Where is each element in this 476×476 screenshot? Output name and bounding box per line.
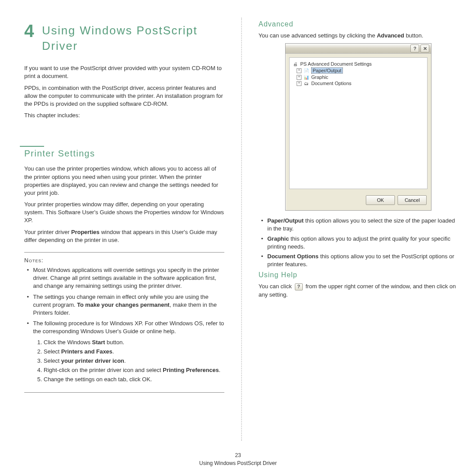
notes-block: Notes: Most Windows applications will ov… bbox=[24, 252, 224, 393]
printer-settings-p1: You can use the printer properties windo… bbox=[24, 165, 224, 197]
notes-label: Notes: bbox=[24, 257, 224, 264]
chapter-number: 4 bbox=[24, 21, 34, 41]
heading-using-help: Using Help bbox=[259, 271, 459, 279]
dialog-tree: 🖨 PS Advanced Document Settings + 📄 Pape… bbox=[289, 57, 428, 189]
cancel-button[interactable]: Cancel bbox=[398, 195, 427, 205]
tree-item-paper-output[interactable]: Paper/Output bbox=[311, 67, 342, 74]
expand-icon[interactable]: + bbox=[297, 81, 301, 86]
page-footer: 23 Using Windows PostScript Driver bbox=[0, 451, 476, 467]
advanced-dialog: ? ✕ 🖨 PS Advanced Document Settings + 📄 … bbox=[285, 43, 431, 211]
intro-para-3: This chapter includes: bbox=[24, 112, 224, 119]
page-number: 23 bbox=[0, 451, 476, 459]
tree-item-graphic[interactable]: Graphic bbox=[311, 74, 328, 80]
note-item-1: Most Windows applications will override … bbox=[27, 266, 224, 290]
close-button[interactable]: ✕ bbox=[420, 45, 429, 52]
paper-icon: 📄 bbox=[303, 68, 309, 73]
graphic-icon: 📊 bbox=[303, 74, 309, 80]
tree-item-document-options[interactable]: Document Options bbox=[311, 81, 351, 86]
ok-button[interactable]: OK bbox=[366, 195, 395, 205]
step-1: Click the Windows Start button. bbox=[44, 338, 224, 346]
heading-advanced: Advanced bbox=[259, 20, 459, 28]
advanced-opt-graphic: Graphic this option allows you to adjust… bbox=[261, 235, 459, 251]
step-4: Right-click on the printer driver icon a… bbox=[44, 366, 224, 374]
printer-icon: 🖨 bbox=[292, 61, 298, 67]
help-icon: ? bbox=[295, 283, 303, 290]
expand-icon[interactable]: + bbox=[297, 68, 301, 73]
advanced-opt-document: Document Options this options allow you … bbox=[261, 253, 459, 268]
help-button[interactable]: ? bbox=[410, 45, 419, 52]
column-divider bbox=[241, 18, 242, 441]
footer-label: Using Windows PostScript Driver bbox=[0, 459, 476, 467]
intro-para-2: PPDs, in combination with the PostScript… bbox=[24, 84, 224, 108]
advanced-opt-paper: Paper/Output this option allows you to s… bbox=[261, 217, 459, 233]
document-options-icon: 🗂 bbox=[303, 81, 309, 86]
printer-settings-p2: Your printer properties window may diffe… bbox=[24, 201, 224, 225]
advanced-intro: You can use advanced settings by clickin… bbox=[259, 32, 459, 40]
using-help-para: You can click ? from the upper right cor… bbox=[259, 283, 459, 298]
intro-para-1: If you want to use the PostScript driver… bbox=[24, 64, 224, 80]
chapter-title: Using Windows PostScript Driver bbox=[24, 23, 224, 54]
printer-settings-p3: Your printer driver Properties window th… bbox=[24, 228, 224, 244]
tree-root-label: PS Advanced Document Settings bbox=[300, 61, 372, 67]
step-3: Select your printer driver icon. bbox=[44, 357, 224, 365]
note-item-2: The settings you change remain in effect… bbox=[27, 293, 224, 317]
step-2: Select Printers and Faxes. bbox=[44, 348, 224, 356]
expand-icon[interactable]: + bbox=[297, 75, 301, 80]
dialog-titlebar: ? ✕ bbox=[286, 44, 431, 54]
step-5: Change the settings on each tab, click O… bbox=[44, 376, 224, 383]
heading-printer-settings: Printer Settings bbox=[24, 146, 224, 159]
note-item-3: The following procedure is for Windows X… bbox=[27, 320, 224, 383]
